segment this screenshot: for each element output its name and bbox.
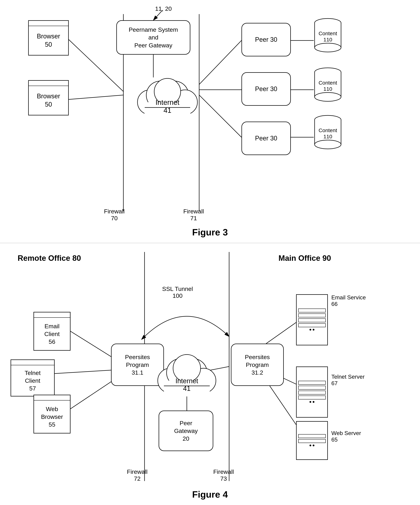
figure4: Remote Office 80 Main Office 90 Email Cl… (0, 243, 420, 505)
telnet-server-label: Telnet Server 67 (331, 373, 365, 387)
peer2-label: Peer 30 (255, 85, 277, 93)
remote-office-title: Remote Office 80 (18, 254, 81, 263)
telnet-client-label: Telnet Client 57 (25, 369, 41, 392)
svg-text:Internet: Internet (155, 99, 179, 106)
firewall71-label: Firewall71 (183, 208, 204, 222)
svg-text:110: 110 (323, 37, 332, 43)
svg-line-47 (70, 331, 113, 358)
figure3: 11, 20 Browser 50 Browser 50 Peername Sy… (0, 0, 420, 243)
peer2-box: Peer 30 (242, 72, 291, 106)
figure3-title: Figure 3 (192, 227, 228, 238)
internet-cloud-fig4: Internet 41 (153, 345, 220, 402)
content1-cylinder: Content 110 (314, 18, 342, 53)
browser2-label: Browser 50 (37, 92, 60, 109)
firewall72-label: Firewall72 (127, 468, 147, 482)
peer1-label: Peer 30 (255, 36, 277, 44)
peer1-box: Peer 30 (242, 23, 291, 56)
peersites2-box: Peersites Program 31.2 (231, 344, 284, 386)
peer-gateway-box: Peer Gateway 20 (159, 410, 213, 451)
svg-text:Content: Content (318, 80, 337, 86)
label-11-20: 11, 20 (155, 5, 172, 12)
firewall70-label: Firewall70 (104, 208, 125, 222)
content2-cylinder: Content 110 (314, 67, 342, 102)
email-service-server (296, 294, 328, 345)
peername-box: Peername System and Peer Gateway (116, 20, 190, 55)
email-client-box: Email Client 56 (33, 312, 70, 351)
svg-point-35 (315, 93, 341, 101)
svg-text:110: 110 (323, 86, 332, 92)
svg-point-28 (315, 43, 341, 52)
svg-text:Content: Content (318, 31, 337, 36)
svg-line-5 (199, 41, 242, 85)
peersites1-label: Peersites Program 31.1 (125, 353, 150, 377)
svg-text:110: 110 (323, 133, 332, 139)
web-server-label: Web Server 65 (331, 430, 361, 443)
peer-gateway-label: Peer Gateway 20 (174, 419, 198, 443)
ssl-tunnel-label: SSL Tunnel100 (162, 285, 193, 299)
svg-text:41: 41 (164, 107, 172, 114)
svg-point-42 (315, 140, 341, 149)
svg-line-53 (266, 322, 296, 344)
main-office-title: Main Office 90 (279, 254, 331, 263)
svg-line-49 (70, 381, 113, 409)
figure4-title: Figure 4 (192, 489, 228, 500)
internet-cloud-fig3: Internet 41 (132, 70, 203, 120)
svg-line-7 (199, 95, 242, 137)
browser2-box: Browser 50 (28, 80, 69, 115)
svg-line-55 (266, 381, 296, 425)
email-service-label: Email Service 66 (331, 294, 366, 307)
peer3-label: Peer 30 (255, 134, 277, 143)
browser1-label: Browser 50 (37, 32, 60, 49)
peername-label: Peername System and Peer Gateway (129, 26, 178, 49)
svg-line-3 (69, 95, 123, 99)
email-client-label: Email Client 56 (45, 322, 60, 346)
content3-cylinder: Content 110 (314, 114, 342, 150)
browser1-box: Browser 50 (28, 20, 69, 56)
web-browser-label: Web Browser 55 (41, 405, 63, 429)
svg-text:41: 41 (183, 385, 191, 392)
telnet-server-rack (296, 366, 328, 418)
peersites2-label: Peersites Program 31.2 (245, 353, 270, 377)
svg-line-2 (69, 40, 123, 92)
telnet-client-box: Telnet Client 57 (11, 360, 55, 397)
svg-text:Internet: Internet (176, 377, 198, 385)
svg-text:Content: Content (318, 127, 337, 133)
firewall73-label: Firewall73 (213, 468, 234, 482)
peer3-box: Peer 30 (242, 122, 291, 155)
svg-line-48 (55, 370, 113, 373)
web-browser-box: Web Browser 55 (33, 395, 70, 434)
web-server-rack (296, 421, 328, 460)
